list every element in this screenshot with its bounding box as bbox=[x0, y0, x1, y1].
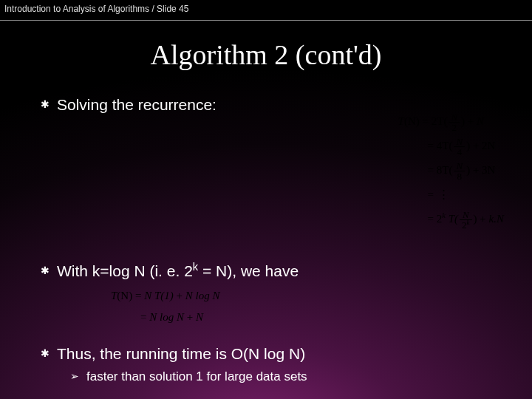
bullet-3: ✱ Thus, the running time is O(N log N) bbox=[41, 344, 510, 364]
equation-block-recurrence: T(N) = 2T(N2) + N = 4T(N4) + 2N = 8T(N8)… bbox=[398, 109, 504, 231]
bullet-3-text: Thus, the running time is O(N log N) bbox=[57, 344, 305, 364]
bullet-2-text: With k=log N (i. e. 2k = N), we have bbox=[57, 261, 299, 281]
slide-title: Algorithm 2 (cont'd) bbox=[0, 38, 532, 71]
star-icon: ✱ bbox=[41, 347, 50, 359]
equation-block-solution: T(N) = N T(1) + N log N = N log N + N bbox=[111, 285, 219, 327]
sub-bullet-1: ➢ faster than solution 1 for large data … bbox=[70, 369, 510, 384]
sub-bullet-1-text: faster than solution 1 for large data se… bbox=[86, 369, 307, 384]
star-icon: ✱ bbox=[41, 265, 50, 276]
star-icon: ✱ bbox=[41, 98, 50, 110]
bullet-2: ✱ With k=log N (i. e. 2k = N), we have bbox=[41, 261, 510, 281]
bullet-1-text: Solving the recurrence: bbox=[57, 95, 216, 115]
arrow-icon: ➢ bbox=[70, 370, 79, 382]
slide-header: Introduction to Analysis of Algorithms /… bbox=[0, 0, 532, 21]
